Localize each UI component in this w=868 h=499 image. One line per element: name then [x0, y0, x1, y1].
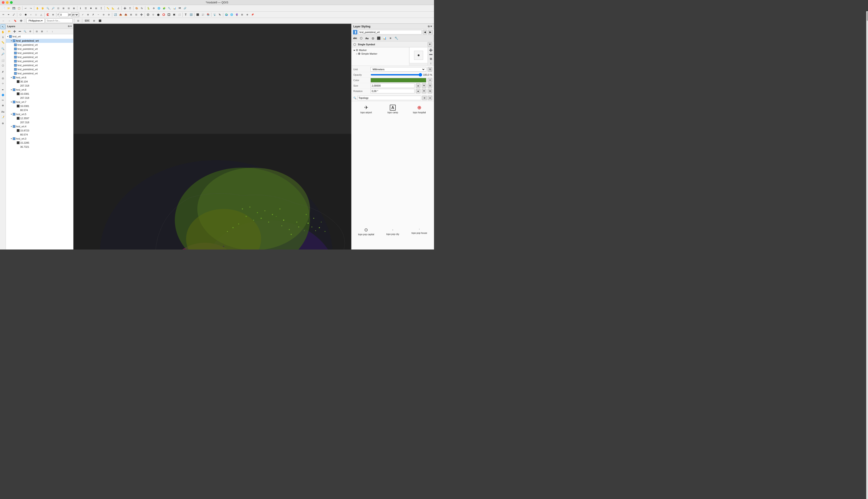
vrt3-val2[interactable]: 36.7321	[6, 145, 73, 149]
layer-down-btn[interactable]: ↓	[50, 29, 55, 34]
digitize-tool[interactable]: ✒	[0, 87, 5, 92]
layer-item-sub4[interactable]: ✓ hrsl_pointshrsl_vrt	[6, 55, 73, 59]
new-project-btn[interactable]: 📄	[1, 6, 6, 11]
select-btn[interactable]: ☰	[83, 6, 88, 11]
collapse-all-btn[interactable]: ⊟	[34, 29, 39, 34]
python-btn[interactable]: 🐍	[146, 6, 151, 11]
layer-group-vrt3[interactable]: ▼ ✓ hrsl_vrt.3	[6, 137, 73, 141]
layout-btn[interactable]: 📰	[200, 12, 205, 17]
rotation-input-prop[interactable]	[372, 90, 413, 93]
snapping3-btn[interactable]: ✗	[91, 12, 96, 17]
identify-btn[interactable]: ℹ	[78, 6, 83, 11]
vertex-tool[interactable]: ◎	[0, 76, 5, 81]
snapping5-btn[interactable]: ⊖	[101, 12, 106, 17]
feature-tool[interactable]: ⊛	[0, 121, 5, 126]
vrt3-val1[interactable]: 15.2285	[6, 141, 73, 145]
extra1-btn[interactable]: 🌍	[224, 12, 229, 17]
open-btn[interactable]: 📁	[6, 6, 11, 11]
plugin4-btn[interactable]: 🗺	[177, 6, 182, 11]
digitize2-btn[interactable]: ⬢	[23, 12, 28, 17]
filter-layer-btn[interactable]: 🔍	[22, 29, 27, 34]
deselect-tool[interactable]: ✗	[0, 69, 5, 74]
layers-float-btn[interactable]: ⧉	[68, 25, 70, 28]
redo-btn[interactable]: ↪	[28, 6, 33, 11]
extent-btn[interactable]: ⊟	[76, 18, 81, 23]
edit3-btn[interactable]: 🖊	[11, 12, 16, 17]
layer-item-sub5[interactable]: ✓ hrsl_pointshrsl_vrt	[6, 59, 73, 63]
layers-close-btn[interactable]: ✕	[70, 25, 72, 28]
pan-tool[interactable]: ✋	[0, 29, 5, 35]
minimize-button[interactable]	[6, 1, 9, 4]
vrt6-checkbox[interactable]: ✓	[13, 76, 15, 79]
select-poly-tool[interactable]: ⬡	[0, 63, 5, 68]
vrt4-checkbox[interactable]: ✓	[13, 125, 15, 128]
layer-group-vrt6[interactable]: ▼ ✓ hrsl_vrt.6	[6, 75, 73, 80]
gps2-btn[interactable]: 🛰	[217, 12, 222, 17]
measure-tool[interactable]: 📏	[0, 40, 5, 45]
label6-btn[interactable]: 🔳	[172, 12, 176, 17]
label4-btn[interactable]: ⭕	[161, 12, 166, 17]
back-btn[interactable]: ←	[1, 18, 6, 23]
sub-checkbox6[interactable]: ✓	[14, 64, 17, 66]
layer-item-active[interactable]: ▼ ✓ hrsl_pointshrsl_vrt	[6, 39, 73, 43]
sub-checkbox5[interactable]: ✓	[14, 60, 17, 62]
zoom-out-btn[interactable]: 🔎	[50, 6, 56, 11]
layer-up-btn[interactable]: ↑	[45, 29, 50, 34]
ann1-btn[interactable]: T	[183, 12, 188, 17]
ann2-btn[interactable]: 🔠	[188, 12, 194, 17]
processing-btn[interactable]: ⚙	[151, 6, 156, 11]
forward-btn[interactable]: →	[7, 18, 12, 23]
size-extra-btn[interactable]: ⧉	[428, 83, 432, 88]
expand-all-btn[interactable]: ⊞	[39, 29, 45, 34]
layer-item-sub2[interactable]: ✓ hrsl_pointshrsl_vrt	[6, 47, 73, 51]
plugin3-btn[interactable]: 📊	[172, 6, 177, 11]
label3-btn[interactable]: ⬤	[156, 12, 161, 17]
vrt6-val2[interactable]: 207.318	[6, 84, 73, 88]
layer-group-vrt5[interactable]: ▼ ✓ hrsl_vrt.5	[6, 112, 73, 116]
rp-layer-prev-btn[interactable]: ◀	[423, 30, 427, 35]
extra2-btn[interactable]: 🌐	[229, 12, 234, 17]
select-tool[interactable]: ↖	[0, 24, 5, 29]
digitize1-btn[interactable]: ⬡	[18, 12, 23, 17]
zoom-selection-btn[interactable]: ⊞	[61, 6, 66, 11]
size-input[interactable]	[372, 84, 413, 87]
vrt7-checkbox[interactable]: ✓	[13, 101, 15, 104]
layer-item-sub3[interactable]: ✓ hrsl_pointshrsl_vrt	[6, 51, 73, 55]
opacity-slider[interactable]	[370, 74, 422, 75]
close-button[interactable]	[2, 1, 4, 4]
extra5-btn[interactable]: ⊕	[245, 12, 250, 17]
unit-select[interactable]: px	[71, 12, 78, 17]
zoom-layer-btn[interactable]: ⊟	[66, 6, 71, 11]
rp-icon-abc[interactable]: abc	[352, 36, 358, 41]
rotation-input[interactable]	[59, 12, 68, 17]
edc-btn[interactable]: EDC	[84, 18, 91, 23]
up-symbol-btn[interactable]: ↑	[428, 61, 433, 65]
zoom-in-tool[interactable]: 🔍	[0, 46, 5, 51]
layer-item-sub8[interactable]: ✓ hrsl_pointshrsl_vrt	[6, 71, 73, 75]
topo-btn[interactable]: ⊗	[50, 12, 56, 17]
unit-select-prop[interactable]: Millimeters	[372, 68, 425, 71]
rotation-down-btn[interactable]: ▼	[422, 89, 426, 93]
vrt7-val2[interactable]: 80.574	[6, 108, 73, 112]
zoom-in-btn[interactable]: 🔍	[45, 6, 50, 11]
new-layer-btn[interactable]: 🗒	[127, 6, 133, 11]
digitize3-btn[interactable]: ○	[28, 12, 33, 17]
rp-icon-sym[interactable]: ⬡	[358, 36, 364, 41]
pan-map-btn[interactable]: 🖐	[40, 6, 45, 11]
layer-item-sub7[interactable]: ✓ hrsl_pointshrsl_vrt	[6, 67, 73, 71]
label5-btn[interactable]: 🔲	[166, 12, 171, 17]
extra4-btn[interactable]: ⊞	[240, 12, 245, 17]
vrt4-val1[interactable]: 15.8723	[6, 129, 73, 133]
add-layer-btn[interactable]: ➕	[122, 6, 127, 11]
layer-item-sub1[interactable]: ✓ hrsl_pointshrsl_vrt	[6, 43, 73, 47]
vrt4-val2[interactable]: 80.574	[6, 133, 73, 137]
vrt5-val1[interactable]: 12.3597	[6, 116, 73, 120]
more6-btn[interactable]: ➕	[139, 12, 144, 17]
snapping2-btn[interactable]: ⊕	[85, 12, 90, 17]
layer-group-vrt7[interactable]: ▼ ✓ hrsl_vrt.7	[6, 100, 73, 104]
vrt5-val2[interactable]: 207.318	[6, 120, 73, 124]
vrt6-val1[interactable]: 30.104	[6, 80, 73, 84]
filter-btn[interactable]: ⬛	[97, 18, 102, 23]
map-canvas[interactable]: hrsl_pointshrsl_vrt — Featur... ⧉ ✕ ✏ 💾 …	[73, 24, 351, 250]
color-extra-btn[interactable]: ▾	[428, 78, 432, 83]
